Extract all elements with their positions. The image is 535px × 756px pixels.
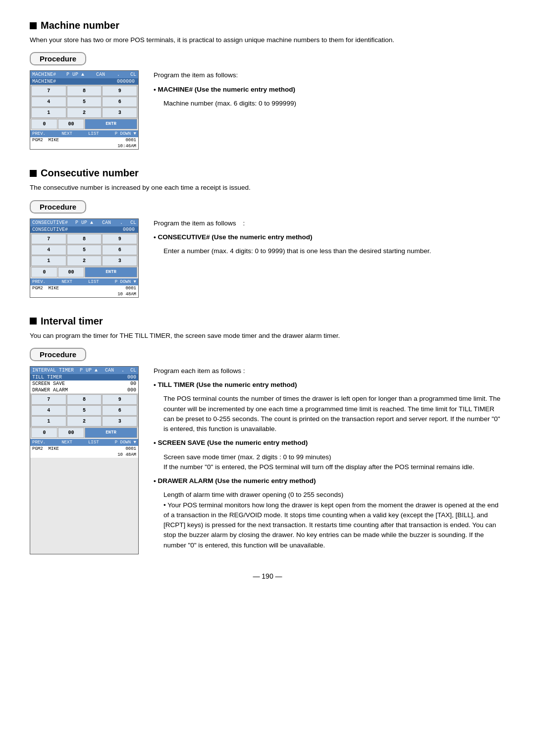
status-num: 0001 [125, 446, 136, 451]
time-display: 10 48AM [117, 292, 136, 297]
consecutive-info: Program the item as follows : • CONSECUT… [154, 218, 505, 298]
interval-item-2-desc: Length of alarm time with drawer opening… [163, 490, 505, 550]
nav-prev: PREV. [32, 279, 46, 284]
key-0: 0 [31, 119, 57, 129]
interval-bottom-nav: PREV. NEXT LIST P DOWN ▼ [30, 439, 138, 446]
pgm-label: PGM2 MIKE [32, 138, 59, 143]
procedure-label-2: Procedure [30, 200, 86, 214]
machine-item-0-desc: Machine number (max. 6 digits: 0 to 9999… [163, 99, 505, 108]
consecutive-screen-header: CONSECUTIVE# P UP ▲ CAN . CL [30, 219, 138, 226]
key-4: 4 [31, 405, 66, 416]
consecutive-number-title: Consecutive number [30, 167, 505, 179]
key-8: 8 [67, 234, 102, 244]
key-00: 00 [58, 267, 84, 277]
consecutive-screen: CONSECUTIVE# P UP ▲ CAN . CL CONSECUTIVE… [30, 218, 139, 298]
interval-timer-section: Interval timer You can program the timer… [30, 316, 505, 554]
consecutive-bottom-nav: PREV. NEXT LIST P DOWN ▼ [30, 278, 138, 285]
machine-keypad-bottom: 0 00 ENTR [30, 119, 138, 130]
interval-screen: INTERVAL TIMER P UP ▲ CAN . CL TILL TIME… [30, 366, 139, 554]
machine-bottom-nav: PREV. NEXT LIST P DOWN ▼ [30, 130, 138, 137]
machine-subheader-left: MACHINE# [32, 79, 56, 84]
key-9: 9 [102, 86, 137, 96]
nav-next: NEXT [61, 131, 72, 136]
interval-status: PGM2 MIKE 0001 [30, 446, 138, 452]
interval-header-right: P UP ▲ [80, 368, 98, 373]
machine-info-intro: Program the item as follows: [154, 70, 505, 80]
consecutive-status: PGM2 MIKE 0001 [30, 285, 138, 291]
key-7: 7 [31, 394, 66, 405]
consecutive-item-0: • CONSECUTIVE# (Use the numeric entry me… [154, 232, 505, 257]
machine-number-desc: When your store has two or more POS term… [30, 35, 505, 45]
consecutive-cl: CL [130, 220, 136, 225]
key-4: 4 [31, 97, 66, 107]
consecutive-number-section: Consecutive number The consecutive numbe… [30, 167, 505, 297]
machine-cl: CL [130, 72, 136, 77]
machine-screen: MACHINE# P UP ▲ CAN . CL MACHINE# 000000… [30, 70, 139, 150]
interval-timer-title: Interval timer [30, 316, 505, 327]
row-value-screen: 00 [130, 381, 136, 386]
machine-status: PGM2 MIKE 0001 [30, 137, 138, 143]
interval-screen-rows: TILL TIMER 000 SCREEN SAVE 00 DRAWER ALA… [30, 374, 138, 393]
machine-number-section: Machine number When your store has two o… [30, 20, 505, 150]
nav-pdown: P DOWN ▼ [115, 131, 136, 136]
interval-item-1-label: • SCREEN SAVE (Use the numeric entry met… [154, 438, 505, 448]
machine-info: Program the item as follows: • MACHINE# … [154, 70, 505, 150]
key-8: 8 [67, 86, 102, 96]
machine-dot: . [117, 72, 120, 77]
time-display: 10:46AM [117, 144, 136, 149]
consecutive-header-left: CONSECUTIVE# [32, 220, 68, 225]
consecutive-info-intro: Program the item as follows : [154, 218, 505, 228]
row-label-screen: SCREEN SAVE [32, 381, 65, 386]
interval-keypad-bottom: 0 00 ENTR [30, 428, 138, 439]
row-value-till: 000 [127, 375, 136, 380]
key-5: 5 [67, 405, 102, 416]
key-1: 1 [31, 108, 66, 118]
key-3: 3 [102, 416, 137, 427]
interval-item-1: • SCREEN SAVE (Use the numeric entry met… [154, 438, 505, 472]
row-value-drawer: 000 [127, 387, 136, 393]
interval-item-1-desc: Screen save mode timer (max. 2 digits : … [163, 452, 505, 473]
machine-screen-header: MACHINE# P UP ▲ CAN . CL [30, 71, 138, 78]
machine-item-0: • MACHINE# (Use the numeric entry method… [154, 85, 505, 109]
procedure-label-1: Procedure [30, 52, 86, 65]
machine-header-left: MACHINE# [32, 72, 56, 77]
interval-info-intro: Program each item as follows : [154, 366, 505, 376]
consecutive-subheader-left: CONSECUTIVE# [32, 227, 68, 232]
consecutive-item-0-desc: Enter a number (max. 4 digits: 0 to 9999… [163, 246, 505, 256]
interval-cl: CL [130, 368, 136, 373]
consecutive-keypad-bottom: 0 00 ENTR [30, 267, 138, 278]
pgm-label: PGM2 MIKE [32, 446, 59, 451]
interval-item-2-label: • DRAWER ALARM (Use the numeric entry me… [154, 476, 505, 486]
consecutive-keypad: 7 8 9 4 5 6 1 2 3 [30, 233, 138, 267]
key-0: 0 [31, 267, 57, 277]
key-entr: ENTR [85, 267, 137, 277]
key-8: 8 [67, 394, 102, 405]
interval-info: Program each item as follows : • TILL TI… [154, 366, 505, 554]
consecutive-subheader: CONSECUTIVE# 0000 [30, 226, 138, 233]
interval-item-0-label: • TILL TIMER (Use the numeric entry meth… [154, 380, 505, 390]
key-6: 6 [102, 405, 137, 416]
time-display: 10 48AM [117, 452, 136, 457]
consecutive-item-0-label: • CONSECUTIVE# (Use the numeric entry me… [154, 232, 505, 242]
nav-pdown: P DOWN ▼ [115, 440, 136, 445]
key-3: 3 [102, 108, 137, 118]
key-1: 1 [31, 416, 66, 427]
key-2: 2 [67, 256, 102, 266]
machine-number-title: Machine number [30, 20, 505, 31]
machine-keypad: 7 8 9 4 5 6 1 2 3 [30, 85, 138, 119]
interval-screen-header: INTERVAL TIMER P UP ▲ CAN . CL [30, 367, 138, 374]
machine-screen-container: MACHINE# P UP ▲ CAN . CL MACHINE# 000000… [30, 70, 505, 150]
key-4: 4 [31, 245, 66, 255]
interval-item-0-desc: The POS terminal counts the number of ti… [163, 394, 505, 434]
key-7: 7 [31, 86, 66, 96]
key-2: 2 [67, 416, 102, 427]
consecutive-time: 10 48AM [30, 291, 138, 297]
machine-value: 000000 [115, 79, 136, 84]
key-entr: ENTR [85, 428, 137, 438]
nav-next: NEXT [61, 440, 72, 445]
interval-dot: . [121, 368, 124, 373]
row-label-drawer: DRAWER ALARM [32, 387, 68, 393]
key-00: 00 [58, 428, 84, 438]
pgm-label: PGM2 MIKE [32, 286, 59, 291]
key-entr: ENTR [85, 119, 137, 129]
